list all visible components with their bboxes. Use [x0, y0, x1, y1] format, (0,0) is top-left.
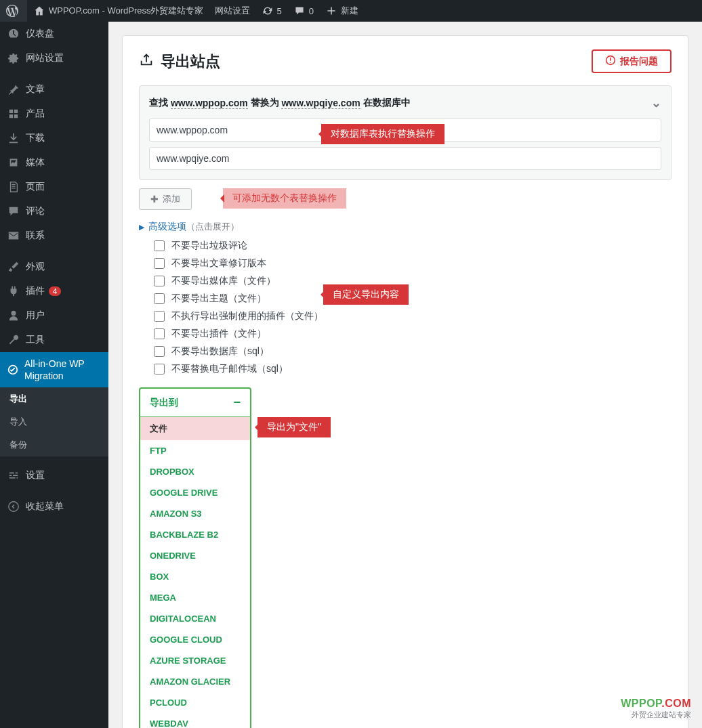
- report-issue-button[interactable]: 报告问题: [592, 49, 672, 73]
- alert-icon: [605, 55, 616, 68]
- export-target-webdav[interactable]: WEBDAV: [140, 713, 250, 728]
- export-target-pcloud[interactable]: PCLOUD: [140, 692, 250, 713]
- checkbox[interactable]: [154, 364, 165, 374]
- page-icon: [7, 180, 20, 194]
- migration-icon: [7, 363, 19, 377]
- sidebar-item-dashboard[interactable]: 仪表盘: [0, 22, 108, 46]
- wrench-icon: [7, 333, 20, 347]
- advanced-option-6[interactable]: 不要导出数据库（sql）: [154, 345, 672, 358]
- admin-bar-new[interactable]: 新建: [319, 0, 364, 22]
- home-icon: [33, 4, 46, 18]
- advanced-toggle[interactable]: ▶ 高级选项 （点击展开）: [139, 221, 672, 233]
- download-icon: [7, 131, 20, 145]
- sidebar-item-site-settings[interactable]: 网站设置: [0, 46, 108, 70]
- sidebar-item-appearance[interactable]: 外观: [0, 255, 108, 279]
- checkbox[interactable]: [154, 258, 165, 269]
- advanced-option-1[interactable]: 不要导出文章修订版本: [154, 257, 672, 270]
- export-target-azure-storage[interactable]: AZURE STORAGE: [140, 650, 250, 671]
- wp-logo[interactable]: [0, 0, 27, 22]
- watermark: WPPOP.COM 外贸企业建站专家: [621, 698, 691, 720]
- sidebar-item-pages[interactable]: 页面: [0, 175, 108, 199]
- advanced-option-4[interactable]: 不执行导出强制使用的插件（文件）: [154, 310, 672, 322]
- page-title: 导出站点: [139, 51, 220, 72]
- sidebar-item-collapse[interactable]: 收起菜单: [0, 494, 108, 519]
- sidebar-item-settings[interactable]: 设置: [0, 463, 108, 488]
- export-to-header[interactable]: 导出到 −: [140, 389, 250, 417]
- site-home-link[interactable]: WPPOP.com - WordPress外贸建站专家: [27, 0, 209, 22]
- triangle-right-icon: ▶: [139, 223, 144, 232]
- brush-icon: [7, 260, 20, 274]
- sidebar-item-tools[interactable]: 工具: [0, 328, 108, 352]
- sidebar-sub-export[interactable]: 导出: [0, 387, 108, 410]
- plugin-icon: [7, 284, 20, 298]
- checkbox[interactable]: [154, 240, 165, 251]
- export-target-dropbox[interactable]: DROPBOX: [140, 461, 250, 482]
- mail-icon: [7, 229, 20, 242]
- export-target-box[interactable]: BOX: [140, 566, 250, 587]
- update-icon: [261, 4, 274, 18]
- callout-add-more: 可添加无数个表替换操作: [223, 188, 346, 209]
- export-target-mega[interactable]: MEGA: [140, 587, 250, 608]
- export-target-amazon-glacier[interactable]: AMAZON GLACIER: [140, 671, 250, 692]
- checkbox[interactable]: [154, 328, 165, 339]
- advanced-option-2[interactable]: 不要导出媒体库（文件）: [154, 275, 672, 287]
- export-target-文件[interactable]: 文件: [140, 417, 250, 440]
- replace-input[interactable]: [149, 147, 661, 170]
- advanced-option-3[interactable]: 不要导出主题（文件）: [154, 293, 672, 305]
- advanced-option-5[interactable]: 不要导出插件（文件）: [154, 328, 672, 340]
- checkbox[interactable]: [154, 311, 165, 322]
- site-title: WPPOP.com - WordPress外贸建站专家: [49, 5, 204, 17]
- admin-bar-comments[interactable]: 0: [287, 0, 319, 22]
- add-replace-button[interactable]: ✚ 添加: [139, 188, 192, 210]
- grid-icon: [7, 107, 20, 121]
- admin-bar: WPPOP.com - WordPress外贸建站专家 网站设置 5 0 新建: [0, 0, 702, 22]
- sidebar-item-migration[interactable]: All-in-One WP Migration: [0, 352, 108, 387]
- checkbox[interactable]: [154, 293, 165, 304]
- export-target-backblaze-b2[interactable]: BACKBLAZE B2: [140, 524, 250, 545]
- plus-icon: [325, 4, 338, 18]
- sidebar-item-downloads[interactable]: 下载: [0, 126, 108, 150]
- advanced-option-7[interactable]: 不要替换电子邮件域（sql）: [154, 363, 672, 375]
- export-target-google-drive[interactable]: GOOGLE DRIVE: [140, 482, 250, 503]
- callout-export-file: 导出为"文件": [257, 417, 331, 437]
- export-target-amazon-s3[interactable]: AMAZON S3: [140, 503, 250, 524]
- gear-icon: [7, 51, 20, 65]
- checkbox[interactable]: [154, 276, 165, 286]
- admin-bar-updates[interactable]: 5: [255, 0, 287, 22]
- admin-sidebar: 仪表盘 网站设置 文章 产品 下载 媒体 页面 评论 联系 外观 插件 4: [0, 22, 108, 728]
- sidebar-item-contact[interactable]: 联系: [0, 223, 108, 248]
- comment-icon: [293, 4, 306, 18]
- advanced-options-list: 自定义导出内容 不要导出垃圾评论不要导出文章修订版本不要导出媒体库（文件）不要导…: [154, 240, 672, 375]
- admin-bar-site-settings[interactable]: 网站设置: [209, 0, 255, 22]
- export-to-dropdown[interactable]: 导出到 − 文件FTPDROPBOXGOOGLE DRIVEAMAZON S3B…: [139, 387, 251, 728]
- sidebar-sub-import[interactable]: 导入: [0, 410, 108, 433]
- plus-circle-icon: ✚: [150, 194, 159, 205]
- export-target-digitalocean[interactable]: DIGITALOCEAN: [140, 608, 250, 629]
- export-icon: [139, 52, 154, 71]
- svg-point-1: [9, 502, 18, 511]
- callout-replace-db: 对数据库表执行替换操作: [321, 124, 445, 144]
- export-target-onedrive[interactable]: ONEDRIVE: [140, 545, 250, 566]
- chevron-down-icon: ⌄: [651, 95, 661, 110]
- sidebar-submenu-migration: 导出 导入 备份: [0, 387, 108, 456]
- wordpress-icon: [5, 4, 19, 18]
- sidebar-item-posts[interactable]: 文章: [0, 77, 108, 102]
- comment-icon: [7, 205, 20, 218]
- content-area: 导出站点 报告问题 查找 www.wppop.com 替换为 www.wpqiy…: [108, 22, 702, 728]
- pin-icon: [7, 83, 20, 96]
- sidebar-item-media[interactable]: 媒体: [0, 150, 108, 175]
- sidebar-item-plugins[interactable]: 插件 4: [0, 279, 108, 303]
- advanced-option-0[interactable]: 不要导出垃圾评论: [154, 240, 672, 252]
- export-target-ftp[interactable]: FTP: [140, 440, 250, 461]
- sliders-icon: [7, 469, 20, 482]
- find-replace-header[interactable]: 查找 www.wppop.com 替换为 www.wpqiye.com 在数据库…: [149, 95, 661, 110]
- plugin-update-badge: 4: [49, 286, 61, 296]
- sidebar-sub-backup[interactable]: 备份: [0, 433, 108, 456]
- find-replace-panel: 查找 www.wppop.com 替换为 www.wpqiye.com 在数据库…: [139, 85, 672, 180]
- sidebar-item-products[interactable]: 产品: [0, 102, 108, 126]
- sidebar-item-comments[interactable]: 评论: [0, 199, 108, 223]
- checkbox[interactable]: [154, 346, 165, 357]
- sidebar-item-users[interactable]: 用户: [0, 303, 108, 328]
- export-target-google-cloud[interactable]: GOOGLE CLOUD: [140, 629, 250, 650]
- callout-customize: 自定义导出内容: [323, 284, 409, 305]
